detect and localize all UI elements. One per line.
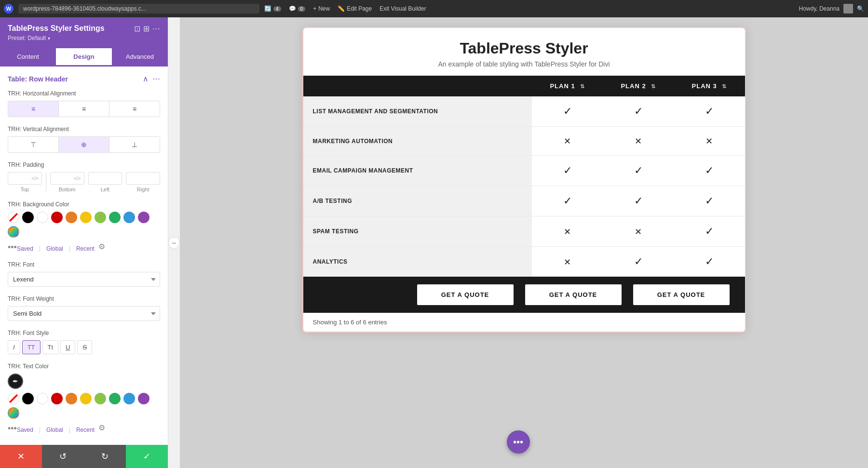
plan3-cell: ✓	[674, 247, 745, 277]
tab-advanced[interactable]: Advanced	[112, 48, 168, 67]
collapse-button[interactable]: ∧	[143, 74, 149, 83]
sort-icon-plan3[interactable]: ⇅	[722, 83, 727, 90]
custom-swatch[interactable]	[8, 226, 19, 238]
vert-align-top-button[interactable]: ⊤	[8, 137, 59, 152]
maximize-button[interactable]: ⊡	[134, 24, 140, 33]
fab-button[interactable]: •••	[507, 430, 530, 454]
red-swatch[interactable]	[51, 212, 63, 223]
text-saved-tab[interactable]: Saved	[17, 427, 33, 433]
tp-col-plan3[interactable]: PLAN 3 ⇅	[674, 76, 745, 96]
tab-design[interactable]: Design	[56, 48, 112, 67]
text-blue-swatch[interactable]	[123, 393, 135, 404]
section-title: Table: Row Header	[8, 75, 68, 83]
padding-bottom-input[interactable]	[54, 175, 70, 182]
search-icon[interactable]: 🔍	[857, 5, 864, 12]
font-select[interactable]: Lexend	[8, 272, 160, 287]
table-row: SPAM TESTING ✕ ✕ ✓	[303, 216, 745, 247]
vert-align-middle-button[interactable]: ⊕	[59, 137, 109, 152]
text-orange-swatch[interactable]	[66, 393, 77, 404]
cache-item[interactable]: 🔄 4	[264, 5, 281, 12]
text-purple-swatch[interactable]	[138, 393, 149, 404]
cta-button-plan1[interactable]: GET A QUOTE	[417, 284, 514, 305]
global-tab[interactable]: Global	[46, 245, 63, 252]
text-custom-swatch[interactable]	[8, 407, 19, 419]
undo-button[interactable]: ↺	[42, 445, 84, 468]
edit-page-label: Edit Page	[347, 5, 372, 12]
tp-col-plan1[interactable]: PLAN 1 ⇅	[532, 76, 603, 96]
cross-icon: ✕	[564, 136, 571, 146]
more-colors-button[interactable]: •••	[8, 242, 17, 253]
cancel-button[interactable]: ✕	[0, 445, 42, 468]
plan1-cell: ✓	[532, 96, 603, 127]
exit-builder-button[interactable]: Exit Visual Builder	[380, 5, 426, 12]
align-right-button[interactable]: ≡	[109, 101, 160, 117]
redo-button[interactable]: ↻	[84, 445, 126, 468]
text-white-swatch[interactable]	[37, 393, 48, 404]
text-yellow-swatch[interactable]	[80, 393, 92, 404]
lime-swatch[interactable]	[95, 212, 106, 223]
cta-button-plan3[interactable]: GET A QUOTE	[633, 284, 730, 305]
recent-tab[interactable]: Recent	[76, 245, 95, 252]
padding-left-input[interactable]	[92, 175, 108, 182]
plan1-cell: ✕	[532, 216, 603, 247]
text-lime-swatch[interactable]	[95, 393, 106, 404]
new-button[interactable]: + New	[313, 5, 330, 12]
italic-button[interactable]: I	[8, 340, 20, 354]
green-swatch[interactable]	[109, 212, 121, 223]
plan2-cell: ✓	[603, 186, 674, 216]
tab-content[interactable]: Content	[0, 48, 56, 67]
section-more-button[interactable]: ⋯	[152, 74, 160, 83]
sort-icon-plan2[interactable]: ⇅	[651, 83, 656, 90]
more-text-colors-button[interactable]: •••	[8, 424, 17, 434]
text-red-swatch[interactable]	[51, 393, 63, 404]
padding-right-input[interactable]	[129, 175, 146, 182]
capitalize-button[interactable]: Tt	[42, 340, 59, 354]
align-center-button[interactable]: ≡	[59, 101, 109, 117]
save-button[interactable]: ✓	[126, 445, 168, 468]
more-options-button[interactable]: ⋯	[152, 24, 160, 33]
text-transparent-swatch[interactable]	[8, 393, 19, 404]
split-button[interactable]: ⊞	[143, 24, 149, 33]
link-icon-bottom[interactable]: </>	[74, 176, 81, 181]
tp-col-plan2[interactable]: PLAN 2 ⇅	[603, 76, 674, 96]
text-color-picker-button[interactable]: ✒	[8, 374, 23, 389]
url-bar[interactable]: wordpress-784896-3610405.cloudwaysapps.c…	[18, 4, 259, 13]
sidebar-preset[interactable]: Preset: Default ▾	[8, 35, 105, 41]
yellow-swatch[interactable]	[80, 212, 92, 223]
entries-text: Showing 1 to 6 of 6 entries	[313, 319, 387, 326]
padding-bottom-label: Bottom	[59, 187, 76, 192]
check-icon: ✓	[634, 164, 643, 176]
padding-top-input-wrap: </>	[8, 172, 42, 185]
text-color-settings-icon[interactable]: ⚙	[98, 423, 105, 432]
section-controls: ∧ ⋯	[143, 74, 160, 83]
wordpress-icon[interactable]: W	[4, 4, 14, 13]
blue-swatch[interactable]	[123, 212, 135, 223]
align-left-button[interactable]: ≡	[8, 101, 59, 117]
resize-handle[interactable]: ↔	[168, 237, 180, 249]
strikethrough-button[interactable]: S	[77, 340, 92, 354]
comment-item[interactable]: 💬 0	[289, 5, 306, 12]
underline-button[interactable]: U	[60, 340, 75, 354]
purple-swatch[interactable]	[138, 212, 149, 223]
transparent-swatch[interactable]	[8, 212, 19, 223]
link-icon[interactable]: </>	[31, 176, 38, 181]
sort-icon-plan1[interactable]: ⇅	[580, 83, 585, 90]
text-global-tab[interactable]: Global	[46, 427, 63, 433]
cta-button-plan2[interactable]: GET A QUOTE	[525, 284, 622, 305]
plan2-cell: ✓	[603, 247, 674, 277]
edit-page-button[interactable]: ✏️ Edit Page	[338, 5, 372, 12]
vert-align-bottom-button[interactable]: ⊥	[109, 137, 160, 152]
padding-top-input[interactable]	[11, 175, 27, 182]
text-green-swatch[interactable]	[109, 393, 121, 404]
saved-tab[interactable]: Saved	[17, 245, 33, 252]
black-swatch[interactable]	[22, 212, 34, 223]
white-swatch[interactable]	[37, 212, 48, 223]
font-weight-select[interactable]: Semi Bold	[8, 306, 160, 321]
color-settings-icon[interactable]: ⚙	[98, 242, 105, 251]
orange-swatch[interactable]	[66, 212, 77, 223]
uppercase-button[interactable]: TT	[22, 340, 41, 354]
text-recent-tab[interactable]: Recent	[76, 427, 95, 433]
text-black-swatch[interactable]	[22, 393, 34, 404]
text-color-actions-row: ••• Saved | Global | Recent ⚙	[8, 422, 160, 434]
padding-left-field: Left	[88, 172, 122, 192]
